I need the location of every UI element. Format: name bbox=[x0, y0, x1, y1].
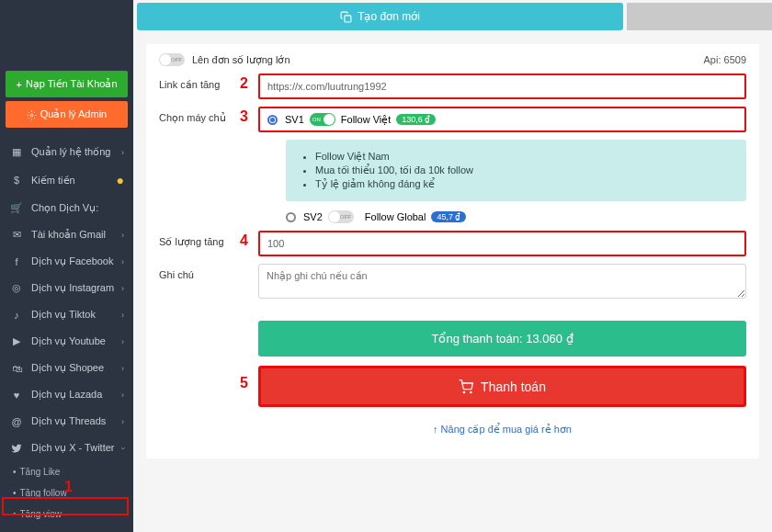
qty-input[interactable] bbox=[258, 231, 746, 256]
form-top-row: OFF Lên đơn số lượng lớn Api: 6509 bbox=[159, 53, 746, 66]
sidebar-item-label: Kiếm tiền bbox=[31, 175, 117, 187]
topbar: Tạo đơn mới bbox=[133, 0, 772, 33]
grid-icon: ▦ bbox=[9, 146, 24, 158]
radio-sv1[interactable] bbox=[267, 115, 278, 125]
sub-item-follow[interactable]: •Tăng follow bbox=[4, 482, 133, 504]
sidebar-item-label: Chọn Dịch Vụ: bbox=[31, 202, 124, 214]
server-sv1-option[interactable]: SV1 ON Follow Việt 130,6 ₫ bbox=[258, 107, 746, 132]
heart-icon: ♥ bbox=[9, 390, 24, 401]
sidebar-item-instagram[interactable]: ◎ Dịch vụ Instagram › bbox=[0, 275, 133, 301]
note-textarea[interactable] bbox=[258, 264, 746, 299]
chevron-right-icon: › bbox=[121, 231, 124, 240]
gear-icon bbox=[27, 108, 37, 120]
sidebar-item-shopee[interactable]: 🛍 Dịch vụ Shopee › bbox=[0, 355, 133, 381]
sub-item-label: Tăng view bbox=[20, 509, 62, 519]
svg-point-2 bbox=[463, 392, 464, 393]
pay-button[interactable]: Thanh toán bbox=[258, 366, 746, 407]
chevron-right-icon: › bbox=[121, 391, 124, 400]
sub-item-view[interactable]: •Tăng view bbox=[4, 504, 133, 525]
upgrade-row: ↑ Nâng cấp để mua giá rẻ hơn bbox=[258, 420, 746, 436]
sv2-price-badge: 45,7 ₫ bbox=[431, 211, 466, 222]
sidebar-item-system[interactable]: ▦ Quản lý hệ thống › bbox=[0, 139, 133, 165]
sidebar-item-label: Dịch vụ X - Twitter bbox=[31, 442, 121, 454]
sidebar-spacer bbox=[0, 0, 133, 69]
instagram-icon: ◎ bbox=[9, 282, 24, 294]
bag-icon: 🛍 bbox=[9, 363, 24, 374]
row-link: Link cần tăng 2 bbox=[159, 74, 746, 99]
twitter-icon bbox=[9, 442, 24, 454]
sidebar-item-threads[interactable]: @ Dịch vụ Threads › bbox=[0, 408, 133, 435]
sv1-toggle[interactable]: ON bbox=[310, 113, 335, 126]
row-note: Ghi chú bbox=[159, 264, 746, 302]
sidebar-item-label: Dịch vụ Shopee bbox=[31, 362, 121, 374]
chevron-right-icon: › bbox=[121, 417, 124, 426]
sidebar: + Nạp Tiền Tài Khoản Quản lý Admin ▦ Quả… bbox=[0, 0, 133, 532]
link-label: Link cần tăng bbox=[159, 74, 258, 91]
plus-icon: + bbox=[16, 79, 21, 90]
info-item: Mua tối thiểu 100, tối đa 10k follow bbox=[315, 164, 733, 176]
server-sv2-option[interactable]: SV2 OFF Follow Global 45,7 ₫ bbox=[258, 209, 746, 223]
copy-icon bbox=[340, 10, 352, 23]
marker-5: 5 bbox=[240, 375, 248, 391]
coin-icon: ● bbox=[117, 173, 124, 187]
sidebar-item-label: Dịch vụ Youtube bbox=[31, 335, 121, 347]
tiktok-icon: ♪ bbox=[9, 310, 24, 321]
chevron-right-icon: › bbox=[121, 337, 124, 346]
sidebar-item-youtube[interactable]: ▶ Dịch vụ Youtube › bbox=[0, 328, 133, 355]
sidebar-item-label: Tài khoản Gmail bbox=[31, 229, 121, 241]
bulk-toggle[interactable]: OFF bbox=[159, 53, 185, 66]
sidebar-item-label: Dịch vụ Lazada bbox=[31, 389, 121, 401]
server-info-box: Follow Việt Nam Mua tối thiểu 100, tối đ… bbox=[286, 140, 746, 201]
sv1-name: SV1 bbox=[285, 114, 304, 125]
sv2-toggle[interactable]: OFF bbox=[328, 210, 354, 223]
svg-point-0 bbox=[30, 114, 33, 117]
radio-sv2[interactable] bbox=[286, 212, 296, 222]
sidebar-item-lazada[interactable]: ♥ Dịch vụ Lazada › bbox=[0, 381, 133, 408]
sidebar-item-label: Dịch vụ Facebook bbox=[31, 255, 121, 267]
svg-point-3 bbox=[471, 392, 471, 393]
new-order-button[interactable]: Tạo đơn mới bbox=[137, 3, 623, 30]
sv1-price-badge: 130,6 ₫ bbox=[396, 114, 436, 125]
sidebar-item-services[interactable]: 🛒 Chọn Dịch Vụ: bbox=[0, 195, 133, 221]
form-card: OFF Lên đơn số lượng lớn Api: 6509 Link … bbox=[146, 44, 759, 458]
api-label: Api: 6509 bbox=[704, 54, 746, 65]
upgrade-link[interactable]: ↑ Nâng cấp để mua giá rẻ hơn bbox=[433, 424, 572, 435]
admin-button[interactable]: Quản lý Admin bbox=[6, 101, 128, 128]
sidebar-item-twitter[interactable]: Dịch vụ X - Twitter › bbox=[0, 435, 133, 461]
add-funds-label: Nạp Tiền Tài Khoản bbox=[26, 78, 118, 90]
main: Tạo đơn mới OFF Lên đơn số lượng lớn Api… bbox=[133, 0, 772, 532]
server-label: Chọn máy chủ bbox=[159, 107, 258, 124]
qty-label: Số lượng tăng bbox=[159, 231, 258, 248]
at-icon: @ bbox=[9, 416, 24, 427]
bulk-label: Lên đơn số lượng lớn bbox=[192, 54, 290, 66]
cart-icon: 🛒 bbox=[9, 202, 24, 214]
sidebar-sub-items: •Tăng Like •Tăng follow •Tăng view bbox=[0, 461, 133, 525]
sub-item-like[interactable]: •Tăng Like bbox=[4, 461, 133, 482]
sidebar-item-label: Quản lý hệ thống bbox=[31, 146, 121, 158]
row-server: Chọn máy chủ 3 SV1 ON Follow Việt 130,6 … bbox=[159, 107, 746, 223]
admin-label: Quản lý Admin bbox=[40, 108, 107, 120]
chevron-right-icon: › bbox=[121, 364, 124, 373]
sv2-follow: Follow Global bbox=[365, 211, 426, 222]
total-bar: Tổng thanh toán: 13.060 ₫ bbox=[258, 321, 746, 357]
pay-label: Thanh toán bbox=[481, 379, 546, 394]
topbar-grey-area bbox=[627, 3, 772, 30]
sidebar-item-facebook[interactable]: f Dịch vụ Facebook › bbox=[0, 248, 133, 275]
mail-icon: ✉ bbox=[9, 229, 24, 241]
dollar-icon: $ bbox=[9, 175, 24, 186]
chevron-right-icon: › bbox=[121, 148, 124, 157]
sv1-follow: Follow Việt bbox=[341, 114, 391, 126]
sidebar-item-tiktok[interactable]: ♪ Dịch vụ Tiktok › bbox=[0, 301, 133, 328]
link-input[interactable] bbox=[258, 74, 746, 99]
info-item: Tỷ lệ giảm không đáng kể bbox=[315, 178, 733, 190]
sidebar-item-label: Dịch vụ Tiktok bbox=[31, 309, 121, 321]
add-funds-button[interactable]: + Nạp Tiền Tài Khoản bbox=[6, 71, 128, 97]
sub-item-label: Tăng follow bbox=[20, 488, 67, 498]
chevron-down-icon: › bbox=[119, 447, 128, 449]
chevron-right-icon: › bbox=[121, 257, 124, 266]
sidebar-item-label: Dịch vụ Threads bbox=[31, 415, 121, 427]
note-label: Ghi chú bbox=[159, 264, 258, 280]
row-actions: Tổng thanh toán: 13.060 ₫ 5 Thanh toán ↑… bbox=[159, 310, 746, 436]
sidebar-item-earn[interactable]: $ Kiếm tiền ● bbox=[0, 165, 133, 195]
sidebar-item-gmail[interactable]: ✉ Tài khoản Gmail › bbox=[0, 221, 133, 248]
